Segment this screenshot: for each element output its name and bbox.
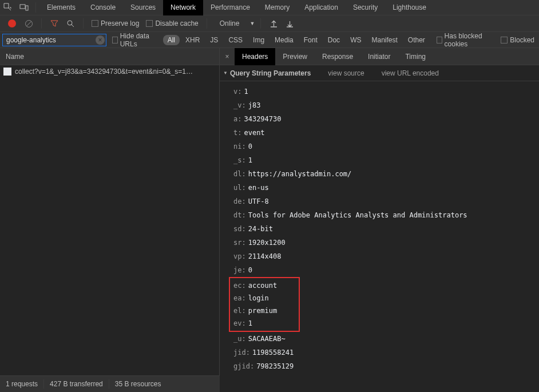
- type-filter-all[interactable]: All: [163, 35, 180, 45]
- inspect-element-icon[interactable]: [0, 0, 16, 15]
- section-title: Query String Parameters: [230, 65, 311, 81]
- type-filter-doc[interactable]: Doc: [323, 35, 344, 45]
- param-row-t: t:event: [233, 126, 539, 140]
- param-row-a: a:343294730: [233, 112, 539, 126]
- type-filter-media[interactable]: Media: [270, 35, 298, 45]
- type-filter-font[interactable]: Font: [299, 35, 322, 45]
- clear-filter-icon[interactable]: ×: [96, 35, 105, 45]
- request-list-panel: Name collect?v=1&_v=j83&a=343294730&t=ev…: [0, 48, 220, 375]
- preserve-log-label: Preserve log: [101, 19, 139, 27]
- record-button[interactable]: [5, 19, 19, 27]
- param-row-dt: dt:Tools for Adobe Analytics Analysts an…: [233, 208, 539, 222]
- param-row-sd: sd:24-bit: [233, 222, 539, 236]
- divider: [41, 18, 42, 29]
- details-tab-response[interactable]: Response: [315, 48, 360, 65]
- type-filter-ws[interactable]: WS: [346, 35, 366, 45]
- request-name: collect?v=1&_v=j83&a=343294730&t=event&n…: [15, 68, 193, 76]
- tab-memory[interactable]: Memory: [257, 0, 297, 15]
- tab-sources[interactable]: Sources: [123, 0, 163, 15]
- param-row-gjid: gjid:798235129: [233, 359, 539, 373]
- status-bar: 1 requests 427 B transferred 35 B resour…: [0, 375, 220, 392]
- blocked-requests-label: Blocked: [510, 36, 534, 44]
- tab-network[interactable]: Network: [163, 0, 203, 15]
- divider: [83, 18, 84, 29]
- param-row-v: v:1: [233, 85, 539, 98]
- param-row-de: de:UTF-8: [233, 195, 539, 208]
- tab-application[interactable]: Application: [297, 0, 346, 15]
- param-row-_u: _u:SACAAEAB~: [233, 332, 539, 346]
- divider: [35, 2, 36, 13]
- expand-caret-icon: ▼: [223, 65, 228, 81]
- type-filter-other[interactable]: Other: [403, 35, 430, 45]
- section-header[interactable]: ▼ Query String Parameters view source vi…: [220, 65, 539, 81]
- device-toolbar-icon[interactable]: [16, 0, 32, 15]
- status-transferred: 427 B transferred: [50, 380, 103, 388]
- param-row-ev: ev:1: [233, 317, 295, 330]
- svg-rect-0: [20, 5, 25, 9]
- filter-bar: × Hide data URLs AllXHRJSCSSImgMediaFont…: [0, 32, 539, 48]
- type-filter-js[interactable]: JS: [205, 35, 223, 45]
- name-column-header[interactable]: Name: [0, 48, 219, 65]
- network-toolbar: Preserve log Disable cache Online ▼: [0, 15, 539, 32]
- status-resources: 35 B resources: [115, 380, 161, 388]
- blocked-requests-checkbox[interactable]: Blocked: [501, 36, 534, 44]
- param-row-je: je:0: [233, 263, 539, 277]
- query-parameters: v:1_v:j83a:343294730t:eventni:0_s:1dl:ht…: [220, 81, 539, 375]
- tab-performance[interactable]: Performance: [203, 0, 257, 15]
- param-row-ec: ec:account: [233, 279, 295, 292]
- has-blocked-cookies-label: Has blocked cookies: [445, 32, 493, 48]
- throttling-label: Online: [220, 19, 240, 27]
- tab-security[interactable]: Security: [346, 0, 385, 15]
- disable-cache-checkbox[interactable]: Disable cache: [146, 19, 198, 27]
- request-row[interactable]: collect?v=1&_v=j83&a=343294730&t=event&n…: [0, 65, 219, 78]
- disable-cache-label: Disable cache: [155, 19, 198, 27]
- request-details-panel: × HeadersPreviewResponseInitiatorTiming …: [220, 48, 539, 375]
- param-row-ea: ea:login: [233, 292, 295, 304]
- hide-data-urls-label: Hide data URLs: [120, 32, 157, 48]
- type-filter-img[interactable]: Img: [248, 35, 269, 45]
- devtools-tabbar: ElementsConsoleSourcesNetworkPerformance…: [0, 0, 539, 15]
- filter-icon[interactable]: [47, 17, 61, 30]
- tab-lighthouse[interactable]: Lighthouse: [385, 0, 434, 15]
- param-row-ul: ul:en-us: [233, 181, 539, 195]
- type-filter-css[interactable]: CSS: [224, 35, 247, 45]
- details-tab-timing[interactable]: Timing: [398, 48, 433, 65]
- throttling-select[interactable]: Online ▼: [220, 19, 255, 27]
- details-tabs: × HeadersPreviewResponseInitiatorTiming: [220, 48, 539, 65]
- view-url-encoded-link[interactable]: view URL encoded: [382, 65, 439, 81]
- preserve-log-checkbox[interactable]: Preserve log: [92, 19, 139, 27]
- param-row-el: el:premium: [233, 304, 295, 317]
- status-requests: 1 requests: [6, 380, 38, 388]
- hide-data-urls-checkbox[interactable]: Hide data URLs: [112, 32, 157, 48]
- type-filter-xhr[interactable]: XHR: [181, 35, 204, 45]
- svg-line-3: [26, 21, 31, 26]
- param-row-vp: vp:2114x408: [233, 250, 539, 263]
- document-icon: [3, 68, 11, 76]
- svg-line-5: [72, 25, 74, 27]
- filter-input[interactable]: [2, 34, 106, 46]
- param-row-sr: sr:1920x1200: [233, 236, 539, 250]
- param-row-jid: jid:1198558241: [233, 346, 539, 359]
- param-row-_s: _s:1: [233, 153, 539, 167]
- type-filter-manifest[interactable]: Manifest: [367, 35, 402, 45]
- has-blocked-cookies-checkbox[interactable]: Has blocked cookies: [437, 32, 493, 48]
- details-tab-headers[interactable]: Headers: [235, 48, 275, 65]
- svg-rect-1: [26, 6, 28, 10]
- divider: [260, 18, 261, 29]
- upload-icon[interactable]: [267, 17, 280, 30]
- details-tab-preview[interactable]: Preview: [275, 48, 315, 65]
- param-row-_v: _v:j83: [233, 98, 539, 112]
- download-icon[interactable]: [283, 17, 296, 30]
- svg-point-4: [68, 21, 72, 25]
- tab-console[interactable]: Console: [83, 0, 123, 15]
- divider: [207, 18, 207, 29]
- highlighted-params: ec:accountea:loginel:premiumev:1: [229, 277, 300, 332]
- param-row-cid: cid:1361415876.1591751752: [233, 373, 539, 375]
- close-details-icon[interactable]: ×: [220, 53, 235, 61]
- param-row-ni: ni:0: [233, 140, 539, 153]
- search-icon[interactable]: [64, 17, 77, 30]
- clear-icon[interactable]: [22, 17, 35, 30]
- details-tab-initiator[interactable]: Initiator: [360, 48, 398, 65]
- tab-elements[interactable]: Elements: [39, 0, 83, 15]
- view-source-link[interactable]: view source: [328, 65, 364, 81]
